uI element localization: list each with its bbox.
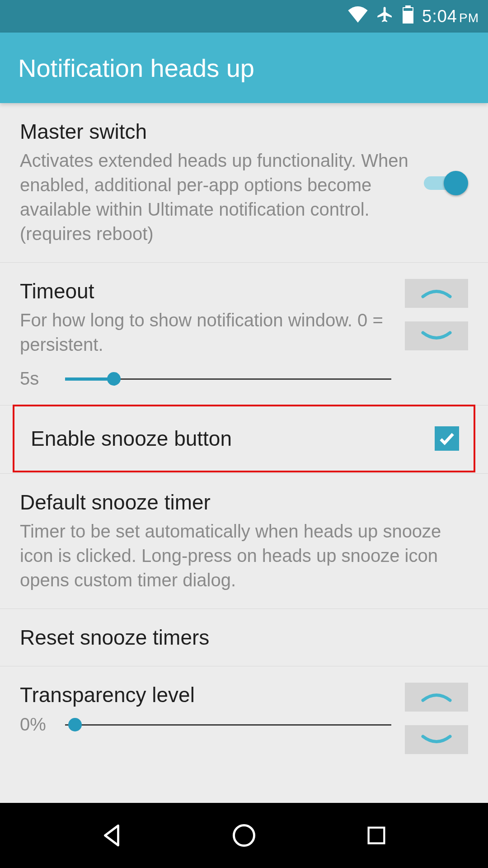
timeout-down-button[interactable] <box>405 321 468 350</box>
snooze-checkbox[interactable] <box>435 426 459 451</box>
setting-enable-snooze[interactable]: Enable snooze button <box>13 405 475 472</box>
setting-transparency[interactable]: Transparency level 0% <box>0 666 488 741</box>
svg-rect-2 <box>404 8 413 11</box>
setting-desc: Activates extended heads up functionalit… <box>20 148 409 246</box>
svg-rect-1 <box>405 5 411 8</box>
timeout-slider[interactable] <box>65 372 391 386</box>
setting-desc: Timer to be set automatically when heads… <box>20 519 468 592</box>
setting-title: Transparency level <box>20 683 391 707</box>
status-bar: 5:04PM <box>0 0 488 33</box>
svg-point-3 <box>234 826 254 846</box>
setting-desc: For how long to show notification window… <box>20 308 391 357</box>
setting-reset-snooze[interactable]: Reset snooze timers <box>0 609 488 666</box>
setting-title: Enable snooze button <box>31 426 421 451</box>
navigation-bar <box>0 803 488 868</box>
setting-master-switch[interactable]: Master switch Activates extended heads u… <box>0 103 488 263</box>
wifi-icon <box>348 6 368 27</box>
svg-rect-4 <box>369 828 385 844</box>
setting-default-snooze-timer[interactable]: Default snooze timer Timer to be set aut… <box>0 474 488 609</box>
battery-icon <box>402 5 414 28</box>
transparency-value: 0% <box>20 714 56 735</box>
recent-apps-button[interactable] <box>361 820 392 851</box>
setting-title: Master switch <box>20 119 409 144</box>
setting-title: Reset snooze timers <box>20 625 468 650</box>
transparency-slider[interactable] <box>65 718 391 731</box>
transparency-down-button[interactable] <box>405 725 468 754</box>
back-button[interactable] <box>96 820 127 851</box>
transparency-up-button[interactable] <box>405 683 468 712</box>
settings-list: Master switch Activates extended heads u… <box>0 103 488 741</box>
status-time: 5:04PM <box>422 7 479 26</box>
timeout-value: 5s <box>20 368 56 389</box>
airplane-icon <box>376 5 394 28</box>
app-bar: Notification heads up <box>0 33 488 103</box>
setting-title: Timeout <box>20 279 391 303</box>
setting-timeout[interactable]: Timeout For how long to show notificatio… <box>0 263 488 406</box>
home-button[interactable] <box>228 820 260 851</box>
timeout-up-button[interactable] <box>405 279 468 308</box>
page-title: Notification heads up <box>18 53 254 83</box>
master-switch-toggle[interactable] <box>423 169 468 196</box>
setting-title: Default snooze timer <box>20 490 468 514</box>
